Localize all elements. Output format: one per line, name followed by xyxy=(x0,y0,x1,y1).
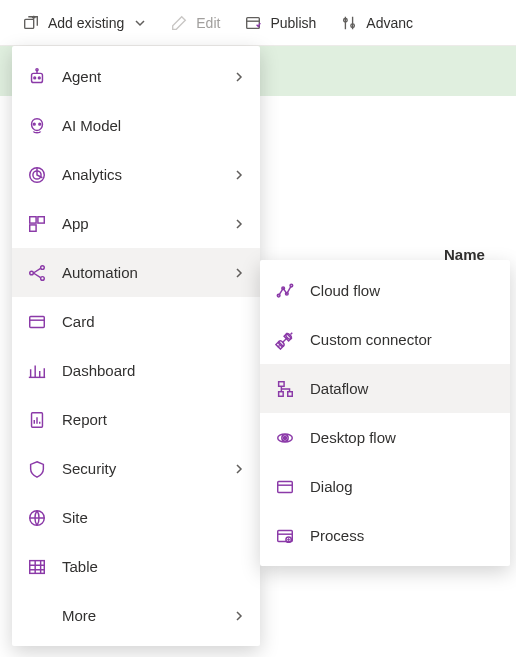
add-existing-button[interactable]: Add existing xyxy=(12,8,156,38)
menu-item-label: Process xyxy=(310,527,496,544)
add-existing-menu: AgentAI ModelAnalyticsAppAutomationCardD… xyxy=(12,46,260,646)
menu-item-label: Table xyxy=(62,558,246,575)
cloud-flow-icon xyxy=(274,280,296,302)
menu-item-automation[interactable]: Automation xyxy=(12,248,260,297)
svg-point-17 xyxy=(41,276,45,280)
svg-point-15 xyxy=(30,271,34,275)
agent-icon xyxy=(26,66,48,88)
svg-rect-12 xyxy=(30,216,36,222)
menu-item-label: More xyxy=(62,607,218,624)
submenu-item-custom-connector[interactable]: Custom connector xyxy=(260,315,510,364)
edit-icon xyxy=(170,14,188,32)
menu-item-label: Dataflow xyxy=(310,380,496,397)
svg-rect-13 xyxy=(38,216,44,222)
menu-item-agent[interactable]: Agent xyxy=(12,52,260,101)
dashboard-icon xyxy=(26,360,48,382)
sliders-icon xyxy=(340,14,358,32)
svg-point-5 xyxy=(36,68,38,70)
menu-item-label: Report xyxy=(62,411,246,428)
svg-point-9 xyxy=(39,123,41,125)
svg-rect-29 xyxy=(279,391,284,396)
edit-label: Edit xyxy=(196,15,220,31)
menu-item-more[interactable]: More xyxy=(12,591,260,640)
svg-point-22 xyxy=(277,294,280,297)
submenu-item-dataflow[interactable]: Dataflow xyxy=(260,364,510,413)
svg-point-8 xyxy=(33,123,35,125)
svg-rect-1 xyxy=(247,17,260,28)
add-existing-label: Add existing xyxy=(48,15,124,31)
menu-item-app[interactable]: App xyxy=(12,199,260,248)
menu-item-label: Dialog xyxy=(310,478,496,495)
svg-point-6 xyxy=(34,77,36,79)
menu-item-dashboard[interactable]: Dashboard xyxy=(12,346,260,395)
menu-item-label: App xyxy=(62,215,218,232)
submenu-item-cloud-flow[interactable]: Cloud flow xyxy=(260,266,510,315)
chevron-right-icon xyxy=(232,217,246,231)
menu-item-label: Dashboard xyxy=(62,362,246,379)
menu-item-label: Desktop flow xyxy=(310,429,496,446)
svg-rect-0 xyxy=(25,19,34,28)
table-icon xyxy=(26,556,48,578)
chevron-right-icon xyxy=(232,609,246,623)
edit-button: Edit xyxy=(160,8,230,38)
svg-rect-18 xyxy=(30,316,45,327)
submenu-item-dialog[interactable]: Dialog xyxy=(260,462,510,511)
app-icon xyxy=(26,213,48,235)
menu-item-label: Card xyxy=(62,313,246,330)
menu-item-label: Security xyxy=(62,460,218,477)
menu-item-label: AI Model xyxy=(62,117,246,134)
site-icon xyxy=(26,507,48,529)
dataflow-icon xyxy=(274,378,296,400)
publish-icon xyxy=(244,14,262,32)
advanced-button[interactable]: Advanc xyxy=(330,8,423,38)
svg-rect-21 xyxy=(30,560,45,573)
menu-item-table[interactable]: Table xyxy=(12,542,260,591)
chevron-right-icon xyxy=(232,462,246,476)
menu-item-site[interactable]: Site xyxy=(12,493,260,542)
command-bar: Add existing Edit Publish Advanc xyxy=(0,0,516,46)
menu-item-label: Site xyxy=(62,509,246,526)
menu-item-label: Cloud flow xyxy=(310,282,496,299)
menu-item-label: Automation xyxy=(62,264,218,281)
menu-item-card[interactable]: Card xyxy=(12,297,260,346)
publish-label: Publish xyxy=(270,15,316,31)
automation-submenu: Cloud flowCustom connectorDataflowDeskto… xyxy=(260,260,510,566)
submenu-item-process[interactable]: Process xyxy=(260,511,510,560)
automation-icon xyxy=(26,262,48,284)
chevron-down-icon xyxy=(134,17,146,29)
svg-rect-28 xyxy=(279,381,284,386)
chevron-right-icon xyxy=(232,168,246,182)
menu-item-ai-model[interactable]: AI Model xyxy=(12,101,260,150)
menu-item-security[interactable]: Security xyxy=(12,444,260,493)
card-icon xyxy=(26,311,48,333)
analytics-icon xyxy=(26,164,48,186)
menu-item-label: Custom connector xyxy=(310,331,496,348)
menu-item-report[interactable]: Report xyxy=(12,395,260,444)
chevron-right-icon xyxy=(232,70,246,84)
add-existing-icon xyxy=(22,14,40,32)
menu-item-label: Analytics xyxy=(62,166,218,183)
advanced-label: Advanc xyxy=(366,15,413,31)
security-icon xyxy=(26,458,48,480)
dialog-icon xyxy=(274,476,296,498)
menu-item-label: Agent xyxy=(62,68,218,85)
menu-item-analytics[interactable]: Analytics xyxy=(12,150,260,199)
process-icon xyxy=(274,525,296,547)
svg-rect-30 xyxy=(288,391,293,396)
report-icon xyxy=(26,409,48,431)
desktop-flow-icon xyxy=(274,427,296,449)
custom-connector-icon xyxy=(274,329,296,351)
svg-point-33 xyxy=(283,435,288,440)
svg-point-7 xyxy=(38,77,40,79)
chevron-right-icon xyxy=(232,266,246,280)
publish-button[interactable]: Publish xyxy=(234,8,326,38)
submenu-item-desktop-flow[interactable]: Desktop flow xyxy=(260,413,510,462)
svg-rect-14 xyxy=(30,224,36,230)
svg-point-16 xyxy=(41,265,45,269)
svg-rect-34 xyxy=(278,481,293,492)
ai-model-icon xyxy=(26,115,48,137)
